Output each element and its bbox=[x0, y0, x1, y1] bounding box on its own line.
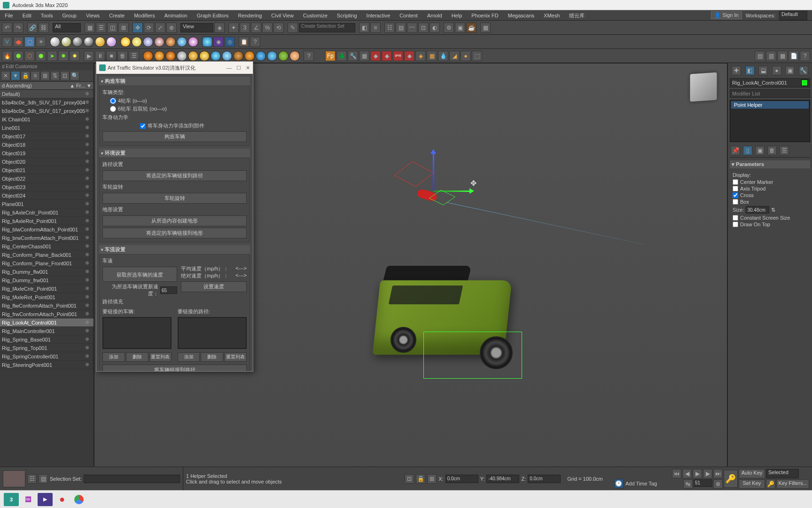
angle-snap-icon[interactable]: ∠ bbox=[251, 23, 261, 33]
key-filters-dropdown[interactable]: Selected bbox=[766, 469, 799, 478]
goto-end-icon[interactable]: ⏭ bbox=[713, 469, 723, 478]
fp-icon[interactable]: Fp bbox=[325, 51, 336, 61]
motion-tab-icon[interactable]: ● bbox=[772, 66, 781, 75]
scene-item[interactable]: Rig_SteeringPoint001❄ bbox=[0, 361, 94, 369]
scene-item[interactable]: Rig_Conform_Plane_Back001❄ bbox=[0, 251, 94, 259]
play-icon[interactable]: ▶ bbox=[693, 469, 702, 478]
explode-icon[interactable]: ✹ bbox=[58, 51, 69, 61]
scene-item[interactable]: Object017❄ bbox=[0, 132, 94, 141]
menu-tools[interactable]: Tools bbox=[36, 10, 58, 21]
add-vehicle-button[interactable]: 添加 bbox=[102, 352, 125, 362]
chrome-sphere-icon[interactable] bbox=[84, 37, 94, 47]
script-icon[interactable]: ▤ bbox=[755, 51, 765, 61]
tree-icon[interactable]: 🌲 bbox=[336, 51, 347, 61]
select-place-icon[interactable]: ⊕ bbox=[166, 23, 177, 33]
clipboard-icon[interactable]: 📋 bbox=[239, 37, 249, 47]
menu-views[interactable]: Views bbox=[81, 10, 104, 21]
scene-item[interactable]: Object024❄ bbox=[0, 191, 94, 200]
scene-item[interactable]: Rig_Spring_Base001❄ bbox=[0, 335, 94, 344]
sun-icon[interactable]: ☀ bbox=[36, 37, 46, 47]
red-box4-icon[interactable]: ◆ bbox=[404, 51, 414, 61]
window-crossing-icon[interactable]: ⊞ bbox=[118, 23, 129, 33]
coffee-preset-icon[interactable] bbox=[233, 51, 243, 61]
menu-content[interactable]: Content bbox=[395, 10, 422, 21]
paint-preset-icon[interactable] bbox=[278, 51, 289, 61]
use-pivot-icon[interactable]: ◈ bbox=[214, 23, 225, 33]
menu-civil-view[interactable]: Civil View bbox=[266, 10, 298, 21]
new-speed-spinner[interactable]: 65 bbox=[160, 286, 177, 294]
menu-scripting[interactable]: Scripting bbox=[332, 10, 362, 21]
undo-icon[interactable]: ↶ bbox=[2, 23, 12, 33]
dome-icon[interactable] bbox=[202, 37, 212, 47]
get-speed-button[interactable]: 获取所选车辆的速度 bbox=[102, 267, 177, 282]
scene-item[interactable]: Object018❄ bbox=[0, 141, 94, 149]
reset-vehicle-button[interactable]: 重置列表 bbox=[149, 352, 172, 362]
chrome-taskbar-icon[interactable] bbox=[71, 493, 86, 506]
menu-animation[interactable]: Animation bbox=[160, 10, 192, 21]
stop-sim-icon[interactable]: ■ bbox=[106, 51, 117, 61]
ref-coord-dropdown[interactable]: View bbox=[180, 23, 213, 32]
scene-item[interactable]: Line001❄ bbox=[0, 124, 94, 132]
object-name-field[interactable]: Rig_LookAt_Control001 bbox=[730, 78, 810, 87]
maximize-icon[interactable]: ☐ bbox=[236, 65, 241, 71]
expand-icon[interactable]: ⊞ bbox=[40, 71, 50, 80]
minimize-icon[interactable]: — bbox=[226, 65, 232, 71]
wheel-rotation-button[interactable]: 车轮旋转 bbox=[102, 193, 247, 204]
menu-arnold[interactable]: Arnold bbox=[422, 10, 447, 21]
scene-item[interactable]: Object021❄ bbox=[0, 166, 94, 175]
vehicles-listbox[interactable] bbox=[102, 317, 172, 349]
stack-item[interactable]: Point Helper bbox=[731, 101, 809, 109]
time-config-icon[interactable]: ⊕ bbox=[713, 479, 723, 489]
layer-explorer-icon[interactable]: ☷ bbox=[384, 23, 395, 33]
prev-frame-icon[interactable]: ◀ bbox=[682, 469, 692, 478]
next-frame-icon[interactable]: ▶ bbox=[703, 469, 712, 478]
select-region-icon[interactable]: ◫ bbox=[107, 23, 117, 33]
render-production-icon[interactable]: ☕ bbox=[466, 23, 476, 33]
configure-icon[interactable]: ☰ bbox=[780, 146, 789, 155]
constant-size-check[interactable]: Constant Screen Size bbox=[733, 214, 807, 221]
del-path-button[interactable]: 删除 bbox=[201, 352, 223, 362]
size-spinner[interactable]: 30.48cm bbox=[746, 206, 769, 214]
link-to-path-button[interactable]: 将选定的车辆链接到路径 bbox=[102, 170, 247, 181]
notes-icon[interactable]: 📄 bbox=[789, 51, 799, 61]
dialog-title-bar[interactable]: Ant Traffic Simulator v3.02|清逸轩汉化 — ☐ ✕ bbox=[96, 62, 253, 74]
scene-item[interactable]: b3a4bc0e_3dh_SUV_017_proxy004❄ bbox=[0, 98, 94, 107]
scene-item[interactable]: Object023❄ bbox=[0, 183, 94, 191]
box-check[interactable]: Box bbox=[733, 198, 807, 205]
sort-icon[interactable]: ⇅ bbox=[50, 71, 60, 80]
remove-mod-icon[interactable]: 🗑 bbox=[767, 146, 777, 155]
select-object-icon[interactable]: ▦ bbox=[85, 23, 95, 33]
honey-preset-icon[interactable] bbox=[289, 51, 300, 61]
scene-item[interactable]: Object019❄ bbox=[0, 149, 94, 158]
setkey-button[interactable]: Set Key bbox=[739, 479, 765, 489]
signin-button[interactable]: 👤 Sign In bbox=[711, 11, 742, 19]
matte-sphere-icon[interactable] bbox=[50, 37, 60, 47]
menu-phoenixfd[interactable]: Phoenix FD bbox=[467, 10, 503, 21]
prompt-icon[interactable]: ▤ bbox=[39, 474, 48, 484]
arrow-icon[interactable]: ➤ bbox=[47, 51, 57, 61]
key-mode-icon[interactable]: ↹ bbox=[683, 479, 693, 489]
scene-item[interactable]: Rig_MainController001❄ bbox=[0, 327, 94, 335]
key-filters-button[interactable]: Key Filters... bbox=[776, 479, 809, 489]
align-icon[interactable]: ≡ bbox=[370, 23, 381, 33]
liquid-icon[interactable]: ⬢ bbox=[13, 51, 23, 61]
schematic-view-icon[interactable]: ⊡ bbox=[418, 23, 429, 33]
scene-item[interactable]: IK Chain001❄ bbox=[0, 115, 94, 124]
list-icon[interactable]: ☰ bbox=[129, 51, 139, 61]
scene-item[interactable]: Rig_SpringController001❄ bbox=[0, 352, 94, 361]
traffic-settings-rollout[interactable]: 车流设置 bbox=[99, 245, 250, 254]
scene-item[interactable]: Rig_Dummy_frw001❄ bbox=[0, 276, 94, 285]
menu-create[interactable]: Create bbox=[104, 10, 129, 21]
fire2-preset-icon[interactable] bbox=[154, 51, 164, 61]
y-coord[interactable]: -40.984cm bbox=[486, 475, 519, 483]
spinner-snap-icon[interactable]: ⟲ bbox=[273, 23, 284, 33]
mesh-light-icon[interactable] bbox=[188, 37, 198, 47]
wrench-icon[interactable]: 🔧 bbox=[348, 51, 358, 61]
menu-modifiers[interactable]: Modifiers bbox=[129, 10, 160, 21]
build-vehicle-rollout[interactable]: 构造车辆 bbox=[99, 77, 250, 86]
modify-tab-icon[interactable]: ◧ bbox=[745, 66, 755, 75]
reset-path-button[interactable]: 重置列表 bbox=[224, 352, 247, 362]
menu-edit[interactable]: Edit bbox=[18, 10, 36, 21]
vray-frame-icon[interactable]: ▦ bbox=[480, 23, 491, 33]
transform-type-icon[interactable]: ⊡ bbox=[405, 474, 414, 484]
